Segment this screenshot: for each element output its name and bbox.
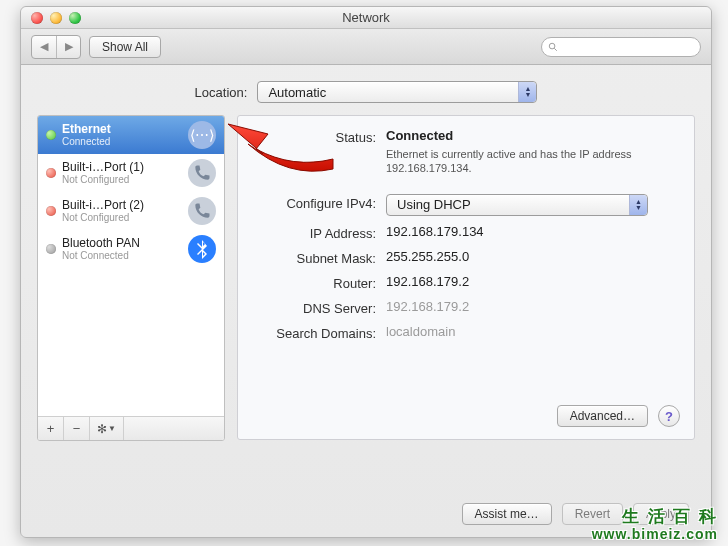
- window-controls: [21, 12, 81, 24]
- status-dot-icon: [46, 130, 56, 140]
- show-all-button[interactable]: Show All: [89, 36, 161, 58]
- window-title: Network: [21, 10, 711, 25]
- interface-name: Built-i…Port (2): [62, 199, 182, 212]
- titlebar: Network: [21, 7, 711, 29]
- subnet-mask-label: Subnet Mask:: [252, 249, 386, 266]
- sidebar-item-modem-1[interactable]: Built-i…Port (1) Not Configured: [38, 154, 224, 192]
- dns-server-label: DNS Server:: [252, 299, 386, 316]
- popup-arrows-icon: ▲▼: [518, 82, 536, 102]
- router-value: 192.168.179.2: [386, 274, 680, 289]
- interfaces-list: Ethernet Connected ⟨⋯⟩ Built-i…Port (1) …: [38, 116, 224, 416]
- status-dot-icon: [46, 244, 56, 254]
- status-value: Connected: [386, 128, 680, 143]
- interface-status: Not Configured: [62, 212, 182, 223]
- svg-line-1: [554, 48, 557, 51]
- remove-interface-button[interactable]: −: [64, 417, 90, 440]
- gear-icon: ✻: [97, 422, 107, 436]
- configure-ipv4-value: Using DHCP: [397, 197, 471, 212]
- svg-point-0: [549, 43, 555, 49]
- advanced-button[interactable]: Advanced…: [557, 405, 648, 427]
- configure-ipv4-label: Configure IPv4:: [252, 194, 386, 211]
- location-popup[interactable]: Automatic ▲▼: [257, 81, 537, 103]
- router-label: Router:: [252, 274, 386, 291]
- interface-status: Not Configured: [62, 174, 182, 185]
- actions-menu-button[interactable]: ✻▼: [90, 417, 124, 440]
- interface-name: Bluetooth PAN: [62, 237, 182, 250]
- subnet-mask-value: 255.255.255.0: [386, 249, 680, 264]
- nav-forward-button[interactable]: ▶: [56, 36, 80, 58]
- interface-status: Connected: [62, 136, 182, 147]
- content-area: Ethernet Connected ⟨⋯⟩ Built-i…Port (1) …: [21, 115, 711, 441]
- assist-me-button[interactable]: Assist me…: [462, 503, 552, 525]
- status-dot-icon: [46, 206, 56, 216]
- popup-arrows-icon: ▲▼: [629, 195, 647, 215]
- close-window-button[interactable]: [31, 12, 43, 24]
- search-domains-label: Search Domains:: [252, 324, 386, 341]
- watermark-url: www.bimeiz.com: [592, 527, 718, 542]
- location-value: Automatic: [268, 85, 326, 100]
- interface-name: Ethernet: [62, 123, 182, 136]
- sidebar-item-bluetooth-pan[interactable]: Bluetooth PAN Not Connected: [38, 230, 224, 268]
- interface-name: Built-i…Port (1): [62, 161, 182, 174]
- search-domains-value: localdomain: [386, 324, 680, 339]
- sidebar-item-modem-2[interactable]: Built-i…Port (2) Not Configured: [38, 192, 224, 230]
- interfaces-sidebar: Ethernet Connected ⟨⋯⟩ Built-i…Port (1) …: [37, 115, 225, 441]
- status-note: Ethernet is currently active and has the…: [386, 147, 680, 176]
- sidebar-footer: + − ✻▼: [38, 416, 224, 440]
- minimize-window-button[interactable]: [50, 12, 62, 24]
- interface-status: Not Connected: [62, 250, 182, 261]
- ip-address-label: IP Address:: [252, 224, 386, 241]
- location-row: Location: Automatic ▲▼: [21, 65, 711, 115]
- ip-address-value: 192.168.179.134: [386, 224, 680, 239]
- interface-detail-pane: Status: Connected Ethernet is currently …: [237, 115, 695, 440]
- configure-ipv4-popup[interactable]: Using DHCP ▲▼: [386, 194, 648, 216]
- watermark-text: 生 活 百 科: [592, 508, 718, 527]
- network-preferences-window: Network ◀ ▶ Show All Location: Automatic…: [20, 6, 712, 538]
- watermark: 生 活 百 科 www.bimeiz.com: [592, 508, 718, 542]
- status-dot-icon: [46, 168, 56, 178]
- sidebar-item-ethernet[interactable]: Ethernet Connected ⟨⋯⟩: [38, 116, 224, 154]
- zoom-window-button[interactable]: [69, 12, 81, 24]
- search-field[interactable]: [541, 37, 701, 57]
- help-button[interactable]: ?: [658, 405, 680, 427]
- phone-icon: [188, 159, 216, 187]
- status-label: Status:: [252, 128, 386, 145]
- phone-icon: [188, 197, 216, 225]
- location-label: Location:: [195, 85, 248, 100]
- nav-back-forward: ◀ ▶: [31, 35, 81, 59]
- search-icon: [548, 42, 558, 52]
- nav-back-button[interactable]: ◀: [32, 36, 56, 58]
- toolbar: ◀ ▶ Show All: [21, 29, 711, 65]
- ethernet-icon: ⟨⋯⟩: [188, 121, 216, 149]
- add-interface-button[interactable]: +: [38, 417, 64, 440]
- dns-server-value: 192.168.179.2: [386, 299, 680, 314]
- bluetooth-icon: [188, 235, 216, 263]
